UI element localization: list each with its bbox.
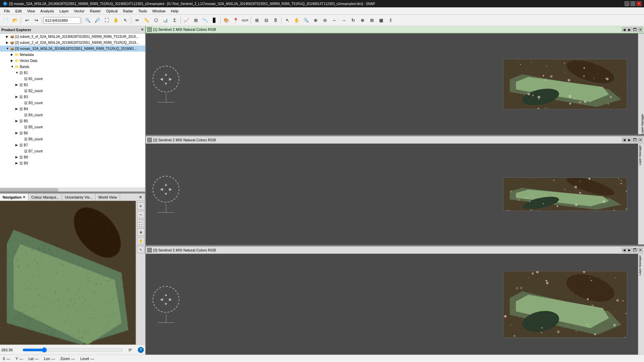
nav-hand[interactable]: ✋ <box>137 237 144 244</box>
overlay-button[interactable]: ⊗ <box>358 16 367 25</box>
nav-cursor[interactable]: ↖ <box>137 246 144 253</box>
tree-item-b2count[interactable]: 🖼 B2_count <box>0 88 145 94</box>
tree-item-b3[interactable]: ▶ 🖼 B3 <box>0 94 145 100</box>
magnify-minus-button[interactable]: ⊖ <box>320 16 329 25</box>
tree-item-b6[interactable]: ▶ 🖼 B6 <box>0 130 145 136</box>
zoom-out-button[interactable]: 🔎 <box>93 16 102 25</box>
undo-button[interactable]: ↩ <box>22 16 31 25</box>
magnify-button[interactable]: 🔍 <box>302 16 310 25</box>
hand-tool[interactable]: ✋ <box>292 16 301 25</box>
nav-help-button[interactable]: ? <box>138 347 144 353</box>
sum-button[interactable]: Σ <box>170 16 179 25</box>
tree-item-subset5[interactable]: ▶ 📦 [1] subset_5_of_S2A_MSIL2A_20190628T… <box>0 33 145 40</box>
pin-button[interactable]: 📍 <box>231 16 240 25</box>
mask-button[interactable]: ⊟ <box>262 16 271 25</box>
tree-item-b7count[interactable]: 🖼 B7_count <box>0 148 145 154</box>
tree-item-vectordata[interactable]: ▶ 📁 Vector Data <box>0 58 145 64</box>
view3-next[interactable]: ▶ <box>627 248 632 252</box>
draw-button[interactable]: ✏ <box>133 16 141 25</box>
tab-uncertainty[interactable]: Uncertainty Vis... <box>62 194 96 201</box>
tree-item-mosaic[interactable]: ▼ 📦 [3] mosaic_S2A_MSIL2A_20190628T02355… <box>0 46 145 52</box>
export-button[interactable]: ⇪ <box>386 16 395 25</box>
menu-file[interactable]: File <box>1 8 13 14</box>
tab-nav-close[interactable]: ✕ <box>23 196 25 199</box>
color-button[interactable]: 🎨 <box>222 16 231 25</box>
product-explorer-close[interactable]: ✕ <box>141 27 144 32</box>
tab-worldview[interactable]: World View <box>96 194 120 201</box>
menu-layer[interactable]: Layer <box>57 8 71 14</box>
menu-edit[interactable]: Edit <box>13 8 24 14</box>
menu-vector[interactable]: Vector <box>71 8 87 14</box>
pointer-button[interactable]: ↖ <box>283 16 292 25</box>
product-explorer-tree[interactable]: ▶ 📦 [1] subset_5_of_S2A_MSIL2A_20190628T… <box>0 33 145 188</box>
tree-item-b1count[interactable]: 🖼 B1_count <box>0 76 145 82</box>
view2-prev[interactable]: ◀ <box>622 138 627 142</box>
gcp-button[interactable]: GCP <box>241 16 249 25</box>
view2-next[interactable]: ▶ <box>627 138 632 142</box>
rotate-button[interactable]: ↻ <box>349 16 357 25</box>
zoom-in-button[interactable]: 🔍 <box>83 16 92 25</box>
tree-item-b4[interactable]: ▶ 🖼 B4 <box>0 106 145 112</box>
histogram-button[interactable]: ▊ <box>210 16 219 25</box>
layer-manager-label-2[interactable]: Layer Manager <box>638 145 642 165</box>
transect-button[interactable]: 📉 <box>201 16 210 25</box>
tree-item-b8[interactable]: ▶ 🖼 B8 <box>0 154 145 160</box>
spectrum-button[interactable]: 📈 <box>182 16 191 25</box>
select-tool[interactable]: ↖ <box>121 16 130 25</box>
tile-button[interactable]: ▦ <box>377 16 386 25</box>
nav-zoom-out[interactable]: − <box>137 211 144 218</box>
tree-item-subset2[interactable]: ▶ 📦 [2] subset_2_of_S2A_MSIL2A_20190628T… <box>0 40 145 46</box>
pe-hscroll[interactable] <box>0 188 145 192</box>
tree-item-b4count[interactable]: 🖼 B4_count <box>0 112 145 118</box>
tree-item-metadata[interactable]: ▶ 📁 Metadata <box>0 52 145 58</box>
tree-item-b2[interactable]: ▶ 🖼 B2 <box>0 82 145 88</box>
scatter-button[interactable]: ⊞ <box>191 16 200 25</box>
view1-close[interactable]: ✕ <box>638 27 643 32</box>
view2-maximize[interactable]: 🗖 <box>633 138 637 142</box>
nav-panel-close[interactable]: ✕ <box>136 194 145 201</box>
tree-item-b7[interactable]: ▶ 🖼 B7 <box>0 142 145 148</box>
redo-button[interactable]: ↪ <box>32 16 41 25</box>
nav-zoom-slider[interactable] <box>22 349 123 351</box>
magnify-plus-button[interactable]: ⊕ <box>311 16 320 25</box>
zoom-fit-button[interactable]: ⛶ <box>102 16 111 25</box>
maximize-button[interactable]: □ <box>631 1 635 6</box>
menu-radar[interactable]: Radar <box>120 8 136 14</box>
move-tool[interactable]: ✋ <box>112 16 120 25</box>
tree-item-b1[interactable]: ▼ 🖼 B1 <box>0 70 145 76</box>
line-button[interactable]: 📏 <box>142 16 151 25</box>
view1-maximize[interactable]: 🗖 <box>633 27 637 32</box>
tab-navigation[interactable]: Navigation ✕ <box>0 194 28 201</box>
menu-analysis[interactable]: Analysis <box>38 8 57 14</box>
view1-prev[interactable]: ◀ <box>622 27 627 32</box>
minimize-button[interactable]: _ <box>625 1 629 6</box>
view1-next[interactable]: ▶ <box>627 27 632 32</box>
open-button[interactable]: 📂 <box>11 16 19 25</box>
tree-item-b6count[interactable]: 🖼 B6_count <box>0 136 145 142</box>
tree-item-b5count[interactable]: 🖼 B5_count <box>0 124 145 130</box>
view3-maximize[interactable]: 🗖 <box>633 248 637 252</box>
tree-item-b5[interactable]: ▶ 🖼 B5 <box>0 118 145 124</box>
tab-colour[interactable]: Colour Manipul... <box>28 194 62 201</box>
close-button[interactable]: ✕ <box>637 1 641 6</box>
nav-zoom-region[interactable]: ⊕ <box>137 228 144 236</box>
view3-prev[interactable]: ◀ <box>622 248 627 252</box>
tree-item-b3count[interactable]: 🖼 B3_count <box>0 100 145 106</box>
nav-zoom-fit[interactable]: ⛶ <box>137 220 144 227</box>
polygon-button[interactable]: ⬡ <box>152 16 160 25</box>
sync-button[interactable]: ↔ <box>330 16 339 25</box>
tree-item-b9[interactable]: ▶ 🖼 B9 <box>0 160 145 166</box>
view2-close[interactable]: ✕ <box>638 138 643 142</box>
layer-manager-label-1[interactable]: Layer Manager <box>641 35 644 134</box>
nav-zoom-in[interactable]: + <box>137 202 144 210</box>
menu-window[interactable]: Window <box>150 8 168 14</box>
tree-item-bands[interactable]: ▼ 📁 Bands <box>0 64 145 70</box>
new-button[interactable]: 📄 <box>1 16 10 25</box>
stats-button[interactable]: 📊 <box>161 16 170 25</box>
menu-view[interactable]: View <box>24 8 38 14</box>
layer-manager-label-3[interactable]: Layer Manager <box>638 255 642 276</box>
grid-button[interactable]: ⊞ <box>252 16 261 25</box>
grid2-button[interactable]: ⊞ <box>367 16 376 25</box>
arrow-button[interactable]: → <box>339 16 348 25</box>
menu-help[interactable]: Help <box>168 8 181 14</box>
